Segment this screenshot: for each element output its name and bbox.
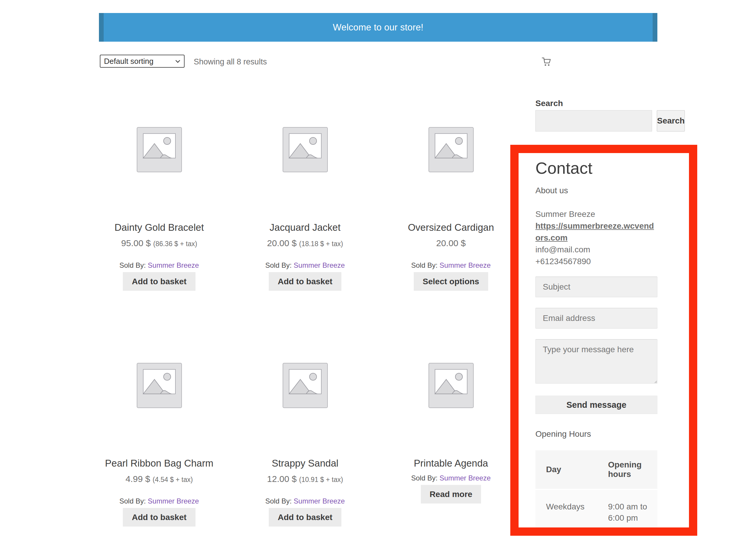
product-card: Oversized Cardigan 20.00 $ Sold By: Summ…	[378, 127, 524, 291]
vendor-email: info@mail.com	[535, 244, 657, 255]
sort-dropdown[interactable]: Default sorting	[100, 55, 185, 68]
send-message-button[interactable]: Send message	[535, 396, 657, 414]
sidebar: Search Search Contact About us Summer Br…	[535, 99, 657, 535]
product-price: 4.99 $ (4.54 $ + tax)	[126, 474, 193, 485]
product-tax-note: (4.54 $ + tax)	[153, 476, 193, 483]
vendor-link[interactable]: Summer Breeze	[439, 261, 491, 269]
product-price: 20.00 $	[436, 238, 466, 249]
add-to-basket-button[interactable]: Add to basket	[269, 508, 341, 527]
vendor-details: Summer Breeze https://summerbreeze.wcven…	[535, 208, 657, 267]
column-header-day: Day	[535, 450, 597, 490]
contact-heading: Contact	[535, 159, 657, 177]
product-placeholder-image[interactable]	[428, 127, 474, 172]
cell-hours: 9:00 am to 6:00 pm	[597, 490, 657, 535]
message-textarea[interactable]	[535, 339, 657, 384]
product-card: Strappy Sandal 12.00 $ (10.91 $ + tax) S…	[232, 363, 378, 527]
add-to-basket-button[interactable]: Add to basket	[123, 508, 195, 527]
product-title-link[interactable]: Printable Agenda	[414, 457, 488, 469]
product-card: Printable Agenda Sold By: Summer Breeze …	[378, 363, 524, 527]
product-title-link[interactable]: Dainty Gold Bracelet	[115, 221, 204, 233]
select-options-button[interactable]: Select options	[414, 272, 488, 291]
product-card: Pearl Ribbon Bag Charm 4.99 $ (4.54 $ + …	[86, 363, 232, 527]
product-grid: Dainty Gold Bracelet 95.00 $ (86.36 $ + …	[86, 127, 524, 527]
contact-widget: Contact About us Summer Breeze https://s…	[535, 159, 657, 535]
store-notice-text: Welcome to our store!	[333, 23, 423, 32]
product-placeholder-image[interactable]	[137, 363, 182, 408]
sold-by-line: Sold By: Summer Breeze	[265, 497, 345, 506]
sold-by-line: Sold By: Summer Breeze	[411, 474, 491, 483]
vendor-phone: +61234567890	[535, 255, 657, 267]
product-card: Dainty Gold Bracelet 95.00 $ (86.36 $ + …	[86, 127, 232, 291]
sold-by-line: Sold By: Summer Breeze	[265, 261, 345, 270]
vendor-link[interactable]: Summer Breeze	[439, 474, 491, 482]
product-placeholder-image[interactable]	[137, 127, 182, 172]
cell-day: Weekdays	[535, 490, 597, 535]
product-tax-note: (86.36 $ + tax)	[153, 240, 197, 247]
opening-hours-label: Opening Hours	[535, 429, 657, 439]
cart-icon[interactable]	[540, 56, 553, 69]
product-title-link[interactable]: Strappy Sandal	[272, 457, 338, 469]
vendor-link[interactable]: Summer Breeze	[148, 497, 199, 505]
vendor-link[interactable]: Summer Breeze	[294, 261, 345, 269]
sold-by-line: Sold By: Summer Breeze	[411, 261, 491, 270]
vendor-name: Summer Breeze	[535, 208, 657, 220]
table-row: Weekdays 9:00 am to 6:00 pm	[535, 490, 657, 535]
vendor-link[interactable]: Summer Breeze	[148, 261, 199, 269]
sold-by-line: Sold By: Summer Breeze	[119, 261, 199, 270]
opening-hours-table: Day Opening hours Weekdays 9:00 am to 6:…	[535, 450, 657, 535]
contact-form: Send message	[535, 277, 657, 414]
vendor-link[interactable]: Summer Breeze	[294, 497, 345, 505]
product-price: 95.00 $ (86.36 $ + tax)	[121, 238, 197, 249]
product-placeholder-image[interactable]	[283, 127, 328, 172]
product-price: 20.00 $ (18.18 $ + tax)	[267, 238, 343, 249]
store-notice-banner: Welcome to our store!	[99, 13, 657, 42]
add-to-basket-button[interactable]: Add to basket	[123, 272, 195, 291]
read-more-button[interactable]: Read more	[421, 485, 481, 504]
search-button[interactable]: Search	[657, 110, 685, 131]
search-widget: Search	[535, 110, 657, 131]
product-title-link[interactable]: Jacquard Jacket	[270, 221, 340, 233]
sold-by-line: Sold By: Summer Breeze	[119, 497, 199, 506]
subject-field[interactable]	[535, 277, 657, 297]
email-field[interactable]	[535, 308, 657, 329]
product-title-link[interactable]: Pearl Ribbon Bag Charm	[105, 457, 214, 469]
product-price: 12.00 $ (10.91 $ + tax)	[267, 474, 343, 485]
product-card: Jacquard Jacket 20.00 $ (18.18 $ + tax) …	[232, 127, 378, 291]
store-page: Welcome to our store! Default sorting Sh…	[0, 0, 756, 544]
results-count: Showing all 8 results	[194, 57, 267, 67]
product-placeholder-image[interactable]	[428, 363, 474, 408]
search-widget-title: Search	[535, 99, 657, 108]
add-to-basket-button[interactable]: Add to basket	[269, 272, 341, 291]
about-us-label: About us	[535, 185, 657, 195]
product-tax-note: (18.18 $ + tax)	[299, 240, 343, 247]
product-tax-note: (10.91 $ + tax)	[299, 476, 343, 483]
table-header-row: Day Opening hours	[535, 450, 657, 490]
vendor-website-link[interactable]: https://summerbreeze.wcvendors.com	[535, 221, 654, 242]
column-header-hours: Opening hours	[597, 450, 657, 490]
product-title-link[interactable]: Oversized Cardigan	[408, 221, 494, 233]
search-input[interactable]	[535, 110, 652, 131]
sort-dropdown-wrap: Default sorting	[100, 55, 185, 68]
product-placeholder-image[interactable]	[283, 363, 328, 408]
